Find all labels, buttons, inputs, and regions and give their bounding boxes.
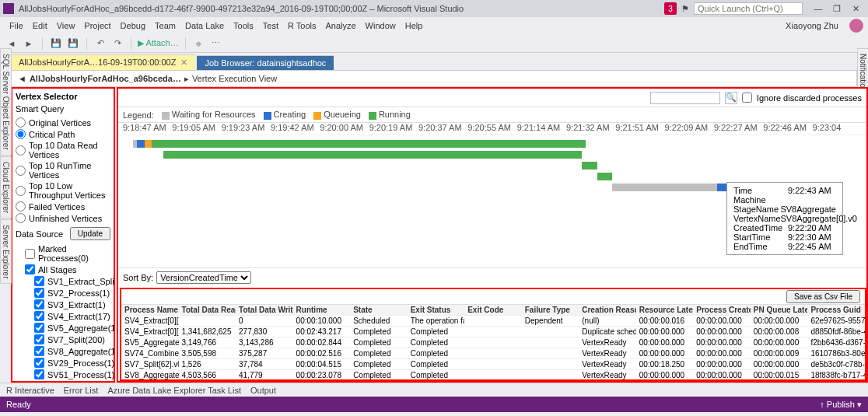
stage-check[interactable] bbox=[34, 334, 44, 344]
document-tabs: AllJobsHourlyForA…16-09-19T00:00:00Z✕ Jo… bbox=[0, 53, 868, 70]
stage-check[interactable] bbox=[34, 346, 44, 356]
column-header[interactable]: Process Name bbox=[121, 305, 179, 316]
gantt-chart[interactable]: Time9:22:43 AM Machine StageNameSV8Aggre… bbox=[118, 135, 866, 267]
minimize-button[interactable]: — bbox=[809, 4, 828, 13]
menu-item[interactable]: Test bbox=[258, 21, 283, 30]
sidebar-tab[interactable]: SQL Server Object Explorer bbox=[0, 48, 12, 156]
status-bar: Ready ↑ Publish ▾ bbox=[0, 397, 868, 412]
search-input[interactable] bbox=[650, 92, 720, 104]
table-row[interactable]: SV74_Combine_Partition[0].v03,505,598375… bbox=[121, 348, 865, 359]
menu-item[interactable]: Help bbox=[401, 21, 428, 30]
user-avatar-icon[interactable] bbox=[849, 19, 863, 33]
smart-query-radio[interactable] bbox=[16, 129, 26, 139]
stage-check[interactable] bbox=[34, 276, 44, 286]
ignore-discarded-label: Ignore discarded processes bbox=[757, 93, 862, 103]
menu-item[interactable]: R Tools bbox=[283, 21, 320, 30]
process-grid: Save as Csv File Process NameTotal Data … bbox=[120, 288, 866, 381]
search-icon[interactable]: 🔍 bbox=[725, 92, 737, 104]
close-button[interactable]: ✕ bbox=[846, 4, 865, 14]
legend: Legend: Waiting for Resources Creating Q… bbox=[118, 107, 866, 123]
close-icon[interactable]: ✕ bbox=[180, 58, 187, 67]
stage-check[interactable] bbox=[34, 369, 44, 379]
menu-item[interactable]: Debug bbox=[116, 21, 150, 30]
toolwindow-tab[interactable]: Azure Data Lake Explorer Task List bbox=[107, 386, 241, 395]
toolwindow-tab[interactable]: Output bbox=[250, 386, 276, 395]
stage-check[interactable] bbox=[34, 311, 44, 321]
ignore-discarded-check[interactable] bbox=[742, 93, 752, 103]
restore-button[interactable]: ❐ bbox=[828, 4, 846, 14]
vertex-selector-panel: Vertex Selector Smart Query Original Ver… bbox=[11, 87, 115, 383]
table-row[interactable]: SV4_Extract[0][11].v11,341,682,625277,83… bbox=[121, 327, 865, 337]
smart-query-radio[interactable] bbox=[16, 145, 26, 156]
column-header[interactable]: State bbox=[350, 305, 408, 316]
smart-query-radio[interactable] bbox=[16, 201, 26, 211]
publish-button[interactable]: ↑ Publish ▾ bbox=[820, 400, 862, 410]
column-header[interactable]: Runtime bbox=[293, 305, 351, 316]
column-header[interactable]: Failure Type bbox=[522, 305, 579, 316]
time-axis: 9:18:47 AM9:19:05 AM9:19:23 AM9:19:42 AM… bbox=[118, 123, 866, 135]
stage-check[interactable] bbox=[34, 299, 44, 309]
menu-item[interactable]: Project bbox=[79, 21, 115, 30]
update-button[interactable]: Update bbox=[70, 227, 110, 240]
save-csv-button[interactable]: Save as Csv File bbox=[786, 290, 860, 303]
left-toolwindow-tabs: SQL Server Object Explorer Cloud Explore… bbox=[0, 48, 11, 359]
notification-badge[interactable]: 3 bbox=[664, 2, 677, 15]
feedback-flag-icon[interactable]: ⚑ bbox=[681, 4, 689, 14]
sortby-select[interactable]: VersionCreatedTime bbox=[156, 271, 251, 284]
attach-button[interactable]: ▶ Attach… bbox=[138, 38, 179, 48]
menu-item[interactable]: Window bbox=[361, 21, 401, 30]
menu-item[interactable]: File bbox=[5, 21, 28, 30]
breadcrumb-root[interactable]: AllJobsHourlyForAdHoc_a96bceda… bbox=[30, 74, 181, 83]
marked-processes-check[interactable] bbox=[25, 249, 35, 259]
table-row[interactable]: SV5_Aggregate[0].v03,149,7663,143,28600:… bbox=[121, 337, 865, 348]
smart-query-radio[interactable] bbox=[16, 213, 26, 223]
column-header[interactable]: Total Data Read(bytes) bbox=[179, 305, 236, 316]
column-header[interactable]: Exit Code bbox=[464, 305, 522, 316]
menu-item[interactable]: Analyze bbox=[320, 21, 360, 30]
save-icon[interactable]: 💾 bbox=[49, 37, 63, 51]
smart-query-radio[interactable] bbox=[16, 186, 26, 196]
table-row[interactable]: SV7_Split[62].v01,52637,78400:00:04.515C… bbox=[121, 359, 865, 370]
column-header[interactable]: Total Data Written(bytes) bbox=[236, 305, 293, 316]
stage-check[interactable] bbox=[34, 381, 44, 383]
smart-query-radio[interactable] bbox=[16, 117, 26, 128]
all-stages-check[interactable] bbox=[25, 264, 35, 274]
menu-item[interactable]: Edit bbox=[28, 21, 52, 30]
toolwindow-tab[interactable]: Error List bbox=[64, 386, 99, 395]
panel-title: Vertex Selector bbox=[16, 92, 110, 101]
nav-fwd-icon[interactable]: ► bbox=[22, 37, 36, 51]
stage-check[interactable] bbox=[34, 358, 44, 368]
step-icon[interactable]: ⎆ bbox=[192, 37, 206, 51]
undo-icon[interactable]: ↶ bbox=[93, 37, 107, 51]
column-header[interactable]: Process Guid bbox=[807, 305, 865, 316]
column-header[interactable]: Creation Reason bbox=[579, 305, 636, 316]
smart-query-radio[interactable] bbox=[16, 166, 26, 176]
redo-icon[interactable]: ↷ bbox=[110, 37, 124, 51]
column-header[interactable]: Process Create Latency bbox=[693, 305, 751, 316]
tab-job[interactable]: AllJobsHourlyForA…16-09-19T00:00:00Z✕ bbox=[11, 54, 195, 70]
nav-back-icon[interactable]: ◄ bbox=[18, 74, 26, 83]
menu-item[interactable]: Tools bbox=[229, 21, 258, 30]
table-row[interactable]: SV8_Aggregate[0].v04,503,56641,77900:00:… bbox=[121, 370, 865, 381]
sidebar-tab[interactable]: Cloud Explorer bbox=[0, 156, 12, 218]
vs-logo-icon bbox=[3, 3, 14, 14]
chevron-right-icon: ▸ bbox=[184, 74, 189, 84]
menu-item[interactable]: View bbox=[52, 21, 80, 30]
column-header[interactable]: PN Queue Latency bbox=[751, 305, 808, 316]
sidebar-tab[interactable]: Server Explorer bbox=[0, 219, 12, 284]
column-header[interactable]: Exit Status bbox=[408, 305, 465, 316]
stage-check[interactable] bbox=[34, 288, 44, 298]
menu-item[interactable]: Data Lake bbox=[180, 21, 229, 30]
column-header[interactable]: Resource Latency bbox=[636, 305, 694, 316]
stage-check[interactable] bbox=[34, 323, 44, 333]
tab-job-browser[interactable]: Job Browser: datainsightsadhoc bbox=[197, 55, 334, 70]
table-row[interactable]: SV4_Extract[0][11].v0000:00:10.000Schedu… bbox=[121, 316, 865, 327]
saveall-icon[interactable]: 💾 bbox=[66, 37, 80, 51]
tool-icon[interactable]: ⋯ bbox=[209, 37, 223, 51]
window-title: AllJobsHourlyForAdHoc_a96bcedd-d172-46f7… bbox=[19, 4, 464, 13]
quick-launch-input[interactable] bbox=[694, 2, 803, 15]
menu-item[interactable]: Team bbox=[150, 21, 180, 30]
toolwindow-tab[interactable]: R Interactive bbox=[6, 386, 54, 395]
bottom-toolwindow-tabs: R Interactive Error List Azure Data Lake… bbox=[0, 383, 868, 397]
user-name[interactable]: Xiaoyong Zhu bbox=[781, 21, 843, 30]
